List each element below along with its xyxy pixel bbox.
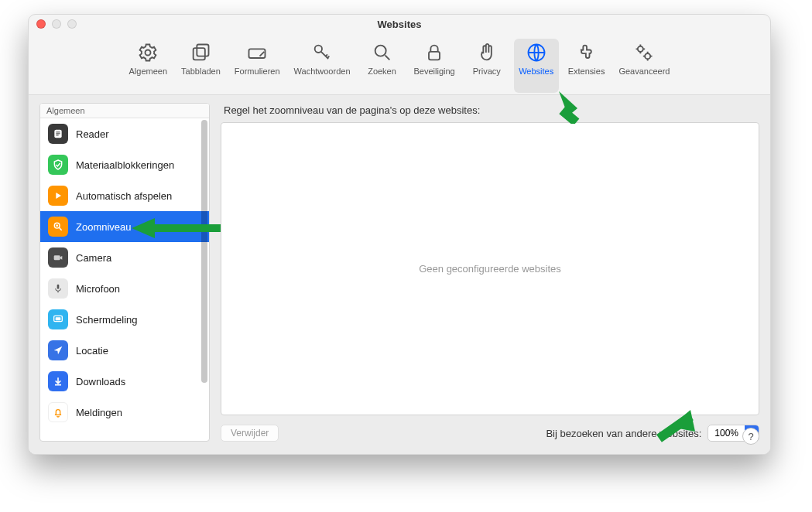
tab-security-label: Beveiliging — [414, 67, 455, 76]
websites-list[interactable]: Geen geconfigureerde websites — [221, 122, 759, 415]
hand-icon — [476, 42, 498, 63]
reader-icon — [48, 124, 68, 144]
sidebar-item-label: Meldingen — [76, 407, 122, 418]
scrollbar-thumb[interactable] — [201, 120, 207, 383]
sidebar: Algemeen Reader Materiaalblokkeringen — [39, 103, 210, 442]
tab-general[interactable]: Algemeen — [125, 39, 173, 93]
globe-icon — [526, 42, 547, 63]
preferences-toolbar: Algemeen Tabbladen Formulieren Wachtwoor… — [29, 33, 770, 95]
titlebar: Websites — [29, 15, 770, 33]
preferences-body: Algemeen Reader Materiaalblokkeringen — [29, 95, 770, 454]
sidebar-item-reader[interactable]: Reader — [40, 118, 209, 149]
default-zoom-value: 100% — [708, 428, 745, 439]
sidebar-item-autoplay[interactable]: Automatisch afspelen — [40, 180, 209, 211]
tab-search[interactable]: Zoeken — [360, 39, 405, 93]
tabs-icon — [190, 42, 211, 63]
sidebar-item-label: Automatisch afspelen — [76, 190, 172, 202]
sidebar-scroll[interactable]: Reader Materiaalblokkeringen Automatisch… — [40, 118, 209, 441]
main-panel-title: Regel het zoomniveau van de pagina's op … — [221, 103, 759, 122]
tab-tabs[interactable]: Tabbladen — [176, 39, 225, 93]
bottom-row: Verwijder Bij bezoeken van andere websit… — [221, 415, 759, 442]
sidebar-item-label: Materiaalblokkeringen — [76, 159, 174, 171]
sidebar-item-microphone[interactable]: Microfoon — [40, 273, 209, 304]
tab-advanced-label: Geavanceerd — [618, 67, 670, 76]
svg-rect-18 — [56, 317, 61, 320]
puzzle-icon — [576, 42, 598, 63]
location-icon — [48, 340, 68, 360]
sidebar-item-content-blockers[interactable]: Materiaalblokkeringen — [40, 149, 209, 180]
camera-icon — [48, 247, 68, 268]
empty-placeholder: Geen geconfigureerde websites — [419, 263, 561, 275]
help-button[interactable]: ? — [742, 428, 759, 445]
sidebar-header: Algemeen — [40, 104, 209, 118]
tab-extensions[interactable]: Extensies — [564, 39, 610, 93]
play-icon — [48, 186, 68, 206]
tab-passwords-label: Wachtwoorden — [294, 67, 351, 76]
tab-general-label: Algemeen — [129, 67, 168, 76]
bell-icon — [48, 402, 68, 422]
sidebar-scrollbar[interactable] — [200, 120, 208, 398]
sidebar-item-label: Downloads — [76, 376, 125, 387]
shield-check-icon — [48, 155, 68, 175]
screen-share-icon — [48, 309, 68, 329]
gear-icon — [137, 42, 159, 63]
main-panel: Regel het zoomniveau van de pagina's op … — [221, 103, 759, 442]
svg-rect-2 — [197, 44, 209, 56]
sidebar-item-label: Microfoon — [76, 283, 120, 295]
sidebar-item-label: Schermdeling — [76, 314, 138, 326]
svg-point-8 — [638, 46, 643, 51]
tab-search-label: Zoeken — [368, 67, 396, 76]
key-icon — [311, 42, 333, 63]
sidebar-item-zoom[interactable]: Zoomniveau — [40, 211, 209, 242]
svg-point-4 — [315, 45, 322, 52]
remove-button[interactable]: Verwijder — [221, 425, 279, 442]
svg-rect-12 — [56, 133, 60, 134]
tab-extensions-label: Extensies — [568, 67, 605, 76]
svg-rect-13 — [56, 135, 58, 135]
microphone-icon — [48, 278, 68, 299]
svg-rect-6 — [429, 51, 440, 60]
gears-icon — [633, 42, 655, 63]
sidebar-item-camera[interactable]: Camera — [40, 242, 209, 273]
search-icon — [372, 42, 393, 63]
default-setting-group: Bij bezoeken van andere websites: 100% — [546, 425, 759, 442]
svg-rect-1 — [194, 48, 205, 60]
tab-passwords[interactable]: Wachtwoorden — [290, 39, 355, 93]
sidebar-item-notifications[interactable]: Meldingen — [40, 397, 209, 428]
tab-autofill[interactable]: Formulieren — [230, 39, 285, 93]
tab-security[interactable]: Beveiliging — [409, 39, 460, 93]
lock-icon — [423, 42, 445, 63]
svg-point-5 — [375, 45, 385, 56]
svg-point-9 — [646, 53, 651, 59]
sidebar-item-location[interactable]: Locatie — [40, 335, 209, 366]
sidebar-item-label: Zoomniveau — [76, 221, 132, 233]
sidebar-item-label: Camera — [76, 252, 111, 264]
zoom-icon — [48, 217, 68, 237]
tab-privacy-label: Privacy — [473, 67, 501, 76]
tab-autofill-label: Formulieren — [235, 67, 280, 76]
help-icon: ? — [748, 431, 753, 442]
svg-rect-15 — [54, 255, 60, 260]
sidebar-item-label: Locatie — [76, 345, 108, 357]
window-title: Websites — [29, 19, 770, 30]
sidebar-item-downloads[interactable]: Downloads — [40, 366, 209, 397]
svg-point-0 — [146, 49, 151, 55]
tab-advanced[interactable]: Geavanceerd — [614, 39, 674, 93]
download-icon — [48, 371, 68, 391]
sidebar-item-label: Reader — [76, 128, 109, 140]
default-setting-label: Bij bezoeken van andere websites: — [546, 428, 701, 439]
sidebar-item-screen-sharing[interactable]: Schermdeling — [40, 304, 209, 335]
svg-rect-11 — [56, 131, 60, 132]
tab-tabs-label: Tabbladen — [181, 67, 221, 76]
preferences-window: Websites Algemeen Tabbladen Formulieren … — [28, 14, 771, 455]
tab-websites-label: Websites — [519, 67, 553, 76]
tab-websites[interactable]: Websites — [514, 39, 559, 93]
svg-rect-16 — [57, 285, 60, 289]
autofill-icon — [246, 42, 268, 63]
tab-privacy[interactable]: Privacy — [464, 39, 509, 93]
